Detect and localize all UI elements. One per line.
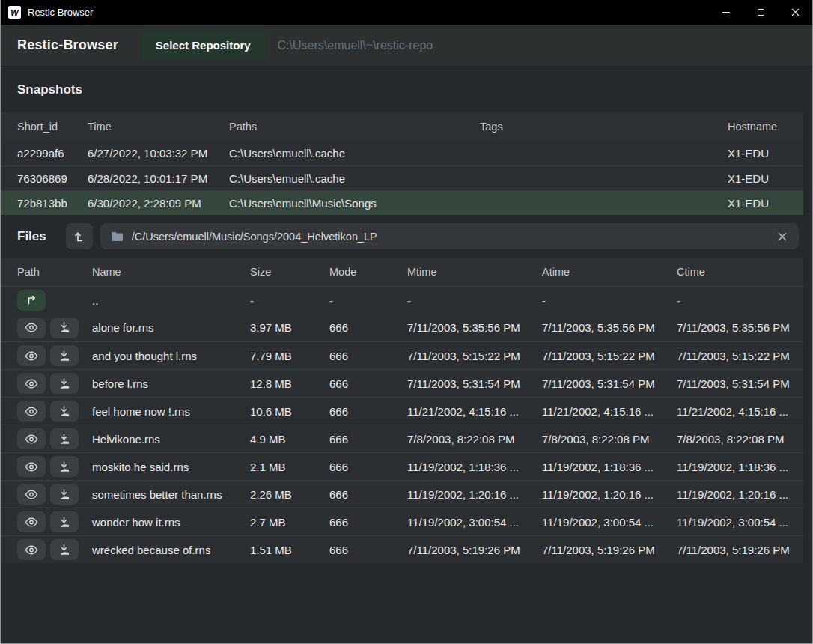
file-mode: 666 — [329, 516, 407, 529]
snapshot-row[interactable]: 72b813bb 6/30/2022, 2:28:09 PM C:\Users\… — [1, 190, 803, 215]
file-row[interactable]: wonder how it.rns 2.7 MB 666 11/19/2002,… — [1, 508, 803, 535]
column-header-time: Time — [88, 121, 229, 133]
eye-icon — [25, 323, 38, 332]
file-mode: - — [329, 294, 407, 307]
file-row[interactable]: feel home now !.rns 10.6 MB 666 11/21/20… — [1, 397, 803, 425]
file-row[interactable]: sometimes better than.rns 2.26 MB 666 11… — [1, 480, 803, 508]
current-path-input[interactable]: /C/Users/emuell/Music/Songs/2004_Helveti… — [100, 223, 799, 249]
preview-file-button[interactable] — [17, 318, 46, 338]
file-mode: 666 — [329, 544, 407, 556]
preview-file-button[interactable] — [17, 539, 46, 560]
file-atime: - — [542, 294, 677, 307]
file-mode: 666 — [329, 350, 407, 362]
parent-directory-row[interactable]: .. - - - - - — [1, 286, 803, 314]
close-button[interactable] — [778, 0, 812, 25]
minimize-icon — [722, 12, 730, 13]
preview-file-button[interactable] — [17, 401, 46, 422]
snapshots-title: Snapshots — [17, 82, 82, 97]
file-ctime: 7/11/2003, 5:35:56 PM — [677, 321, 803, 334]
download-file-button[interactable] — [50, 345, 79, 366]
column-header-hostname: Hostname — [728, 121, 803, 133]
file-mode: 666 — [329, 461, 407, 473]
file-name: wonder how it.rns — [92, 516, 250, 529]
file-mtime: - — [407, 294, 542, 307]
download-icon — [59, 461, 70, 473]
file-mode: 666 — [329, 321, 407, 334]
go-to-parent-directory-button[interactable] — [66, 223, 93, 249]
download-file-button[interactable] — [50, 484, 79, 505]
snapshots-table-body: a2299af6 6/27/2022, 10:03:32 PM C:\Users… — [1, 141, 803, 215]
file-size: 10.6 MB — [250, 405, 329, 418]
file-mtime: 11/19/2002, 1:20:16 ... — [407, 488, 542, 501]
files-title: Files — [17, 229, 46, 244]
app-window: W Restic Browser Restic-Browser Select R… — [0, 0, 813, 644]
minimize-button[interactable] — [709, 0, 743, 25]
file-ctime: 11/19/2002, 1:20:16 ... — [677, 488, 803, 501]
file-row[interactable]: moskito he said.rns 2.1 MB 666 11/19/200… — [1, 452, 803, 480]
download-file-button[interactable] — [50, 456, 79, 477]
file-name: and you thought l.rns — [92, 350, 250, 362]
download-file-button[interactable] — [50, 318, 79, 338]
clear-path-button[interactable] — [776, 231, 788, 243]
files-table-body: alone for.rns 3.97 MB 666 7/11/2003, 5:3… — [1, 314, 803, 563]
column-header-size: Size — [250, 266, 329, 278]
download-file-button[interactable] — [50, 428, 79, 449]
file-size: 2.1 MB — [250, 461, 329, 473]
download-file-button[interactable] — [50, 401, 79, 422]
file-size: - — [250, 294, 329, 307]
preview-file-button[interactable] — [17, 345, 46, 366]
open-parent-directory-button[interactable] — [17, 290, 46, 311]
file-name: Helvikone.rns — [92, 433, 250, 446]
file-row[interactable]: and you thought l.rns 7.79 MB 666 7/11/2… — [1, 341, 803, 369]
eye-icon — [25, 434, 38, 444]
snapshot-time: 6/27/2022, 10:03:32 PM — [88, 147, 229, 160]
download-file-button[interactable] — [50, 511, 79, 532]
download-file-button[interactable] — [50, 539, 79, 560]
file-mode: 666 — [329, 377, 407, 390]
titlebar: W Restic Browser — [1, 0, 812, 25]
select-repository-button[interactable]: Select Repository — [142, 31, 264, 60]
app-title: Restic-Browser — [17, 37, 118, 53]
column-header-mtime: Mtime — [407, 266, 542, 278]
maximize-button[interactable] — [743, 0, 778, 25]
download-file-button[interactable] — [50, 373, 79, 394]
preview-file-button[interactable] — [17, 373, 46, 394]
column-header-atime: Atime — [542, 266, 677, 278]
current-path-value: /C/Users/emuell/Music/Songs/2004_Helveti… — [132, 231, 768, 243]
file-size: 4.9 MB — [250, 433, 329, 446]
file-size: 3.97 MB — [250, 321, 329, 334]
column-header-name: Name — [92, 266, 250, 278]
download-icon — [59, 322, 70, 333]
download-icon — [59, 378, 70, 389]
file-size: 12.8 MB — [250, 377, 329, 390]
file-atime: 7/11/2003, 5:31:54 PM — [542, 377, 677, 390]
column-header-mode: Mode — [329, 266, 407, 278]
file-mode: 666 — [329, 433, 407, 446]
snapshot-row[interactable]: a2299af6 6/27/2022, 10:03:32 PM C:\Users… — [1, 141, 803, 165]
window-title: Restic Browser — [28, 7, 93, 18]
snapshots-section-heading: Snapshots — [1, 66, 812, 112]
snapshot-paths: C:\Users\emuell\.cache — [229, 172, 480, 185]
file-row[interactable]: wrecked because of.rns 1.51 MB 666 7/11/… — [1, 535, 803, 563]
file-mtime: 7/8/2003, 8:22:08 PM — [407, 433, 542, 446]
preview-file-button[interactable] — [17, 456, 46, 477]
file-row[interactable]: before l.rns 12.8 MB 666 7/11/2003, 5:31… — [1, 369, 803, 397]
preview-file-button[interactable] — [17, 428, 46, 449]
snapshot-short-id: 76306869 — [17, 172, 88, 185]
snapshot-short-id: a2299af6 — [17, 147, 88, 160]
snapshot-time: 6/28/2022, 10:01:17 PM — [88, 172, 229, 185]
close-icon — [791, 8, 800, 16]
eye-icon — [25, 545, 38, 555]
file-name: before l.rns — [92, 377, 250, 390]
file-row[interactable]: Helvikone.rns 4.9 MB 666 7/8/2003, 8:22:… — [1, 425, 803, 452]
file-row[interactable]: alone for.rns 3.97 MB 666 7/11/2003, 5:3… — [1, 314, 803, 341]
file-atime: 7/11/2003, 5:35:56 PM — [542, 321, 677, 334]
preview-file-button[interactable] — [17, 484, 46, 505]
download-icon — [59, 434, 70, 445]
snapshot-row[interactable]: 76306869 6/28/2022, 10:01:17 PM C:\Users… — [1, 165, 803, 190]
preview-file-button[interactable] — [17, 511, 46, 532]
file-name: sometimes better than.rns — [92, 488, 250, 501]
snapshot-short-id: 72b813bb — [17, 197, 88, 210]
file-ctime: 11/19/2002, 3:00:54 ... — [677, 516, 803, 529]
snapshot-paths: C:\Users\emuell\.cache — [229, 147, 480, 160]
